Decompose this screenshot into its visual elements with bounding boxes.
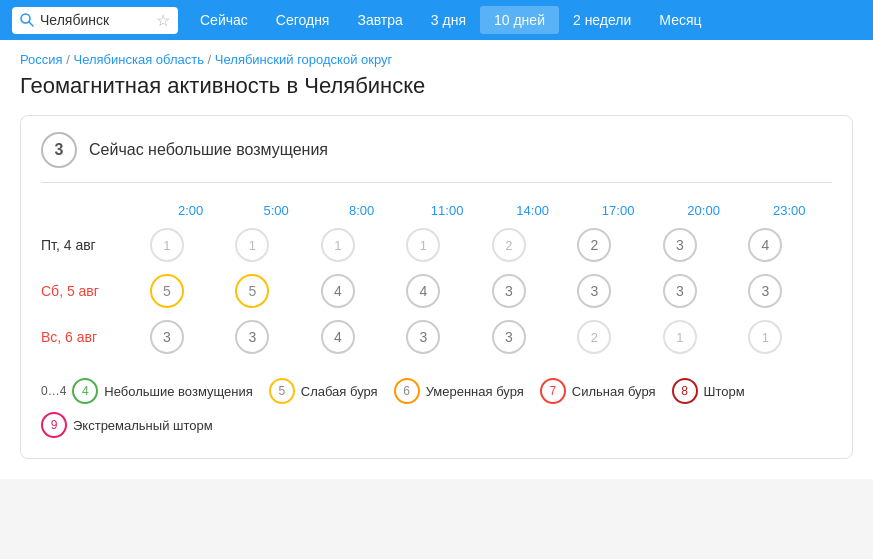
kp-circle: 1 (150, 228, 184, 262)
kp-circle: 3 (663, 274, 697, 308)
kp-circle: 5 (150, 274, 184, 308)
legend-badge: 4 (72, 378, 98, 404)
breadcrumb-part-3[interactable]: Челябинский городской округ (215, 52, 392, 67)
legend-item: 6Умеренная буря (394, 378, 524, 404)
favorite-icon[interactable]: ☆ (156, 11, 170, 30)
kp-circle: 4 (321, 274, 355, 308)
kp-cell: 3 (490, 314, 576, 360)
legend-badge: 8 (672, 378, 698, 404)
kp-cell: 4 (319, 314, 405, 360)
breadcrumb: Россия / Челябинская область / Челябинск… (20, 52, 853, 67)
kp-circle: 3 (492, 274, 526, 308)
page-title: Геомагнитная активность в Челябинске (20, 73, 853, 99)
kp-circle: 3 (235, 320, 269, 354)
time-col-3: 11:00 (404, 199, 490, 222)
time-col-4: 14:00 (490, 199, 576, 222)
legend-item: 8Шторм (672, 378, 745, 404)
kp-cell: 3 (575, 268, 661, 314)
content: Россия / Челябинская область / Челябинск… (0, 40, 873, 479)
main-card: 3 Сейчас небольшие возмущения 2:00 5:00 … (20, 115, 853, 459)
legend-badge: 5 (269, 378, 295, 404)
breadcrumb-sep-2: / (208, 52, 215, 67)
header: ☆ Сейчас Сегодня Завтра 3 дня 10 дней 2 … (0, 0, 873, 40)
tab-10days[interactable]: 10 дней (480, 6, 559, 34)
tab-month[interactable]: Месяц (645, 6, 715, 34)
kp-circle: 2 (577, 228, 611, 262)
legend-item: 0…44Небольшие возмущения (41, 378, 253, 404)
current-status-text: Сейчас небольшие возмущения (89, 141, 328, 159)
kp-cell: 1 (148, 222, 234, 268)
kp-cell: 3 (233, 314, 319, 360)
kp-cell: 4 (319, 268, 405, 314)
legend-badge: 7 (540, 378, 566, 404)
kp-circle: 5 (235, 274, 269, 308)
legend-label: Экстремальный шторм (73, 418, 213, 433)
legend-label: Шторм (704, 384, 745, 399)
legend-badge: 9 (41, 412, 67, 438)
kp-circle: 1 (663, 320, 697, 354)
legend-range: 0…4 (41, 384, 66, 398)
tab-today[interactable]: Сегодня (262, 6, 344, 34)
svg-line-1 (29, 22, 33, 26)
kp-circle: 4 (406, 274, 440, 308)
row-day-label: Сб, 5 авг (41, 268, 148, 314)
time-col-0: 2:00 (148, 199, 234, 222)
kp-cell: 3 (661, 222, 747, 268)
kp-circle: 3 (748, 274, 782, 308)
tab-3days[interactable]: 3 дня (417, 6, 480, 34)
legend: 0…44Небольшие возмущения5Слабая буря6Уме… (41, 378, 832, 438)
kp-cell: 3 (148, 314, 234, 360)
kp-cell: 3 (746, 268, 832, 314)
table-row: Вс, 6 авг33433211 (41, 314, 832, 360)
legend-label: Сильная буря (572, 384, 656, 399)
current-kp-badge: 3 (41, 132, 77, 168)
kp-circle: 1 (235, 228, 269, 262)
legend-item: 5Слабая буря (269, 378, 378, 404)
kp-cell: 1 (404, 222, 490, 268)
kp-cell: 5 (148, 268, 234, 314)
kp-circle: 2 (492, 228, 526, 262)
kp-cell: 2 (490, 222, 576, 268)
kp-circle: 1 (321, 228, 355, 262)
kp-circle: 3 (150, 320, 184, 354)
row-label-header (41, 199, 148, 222)
tab-tomorrow[interactable]: Завтра (343, 6, 416, 34)
kp-cell: 4 (746, 222, 832, 268)
kp-circle: 2 (577, 320, 611, 354)
kp-cell: 5 (233, 268, 319, 314)
time-col-2: 8:00 (319, 199, 405, 222)
kp-circle: 4 (748, 228, 782, 262)
breadcrumb-part-1[interactable]: Россия (20, 52, 63, 67)
forecast-table: 2:00 5:00 8:00 11:00 14:00 17:00 20:00 2… (41, 199, 832, 360)
time-col-1: 5:00 (233, 199, 319, 222)
search-icon (20, 13, 34, 27)
tab-2weeks[interactable]: 2 недели (559, 6, 645, 34)
kp-circle: 1 (748, 320, 782, 354)
kp-cell: 4 (404, 268, 490, 314)
time-col-7: 23:00 (746, 199, 832, 222)
kp-cell: 3 (661, 268, 747, 314)
legend-label: Слабая буря (301, 384, 378, 399)
legend-badge: 6 (394, 378, 420, 404)
time-col-5: 17:00 (575, 199, 661, 222)
breadcrumb-sep-1: / (66, 52, 73, 67)
kp-circle: 3 (492, 320, 526, 354)
row-day-label: Вс, 6 авг (41, 314, 148, 360)
kp-cell: 1 (746, 314, 832, 360)
time-col-6: 20:00 (661, 199, 747, 222)
kp-cell: 2 (575, 314, 661, 360)
kp-circle: 3 (577, 274, 611, 308)
search-input[interactable] (40, 12, 150, 28)
kp-cell: 3 (490, 268, 576, 314)
search-box[interactable]: ☆ (12, 7, 178, 34)
legend-item: 7Сильная буря (540, 378, 656, 404)
legend-item: 9Экстремальный шторм (41, 412, 213, 438)
kp-circle: 3 (406, 320, 440, 354)
tab-now[interactable]: Сейчас (186, 6, 262, 34)
nav-tabs: Сейчас Сегодня Завтра 3 дня 10 дней 2 не… (186, 6, 716, 34)
row-day-label: Пт, 4 авг (41, 222, 148, 268)
kp-cell: 2 (575, 222, 661, 268)
breadcrumb-part-2[interactable]: Челябинская область (74, 52, 204, 67)
kp-cell: 1 (233, 222, 319, 268)
current-status: 3 Сейчас небольшие возмущения (41, 132, 832, 183)
